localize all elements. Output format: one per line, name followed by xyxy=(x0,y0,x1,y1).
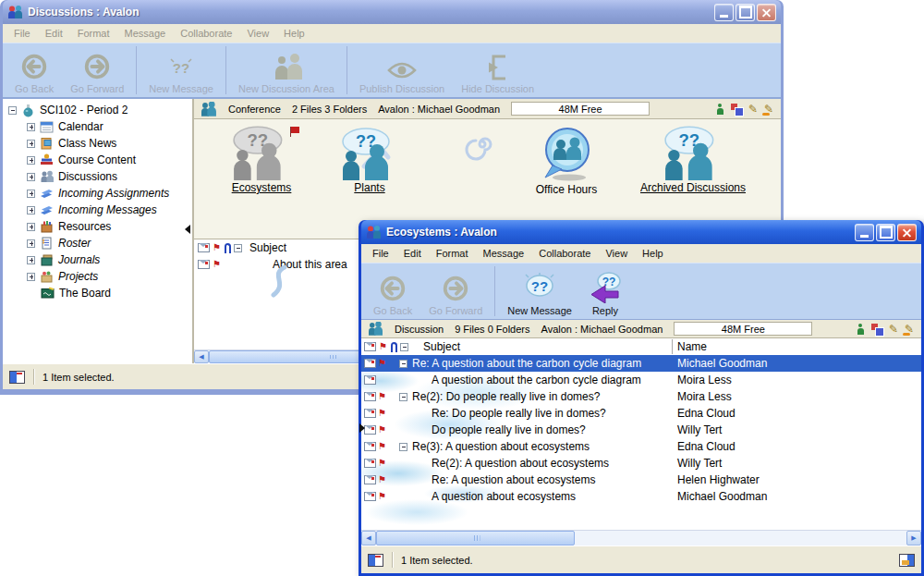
column-label-name: Name xyxy=(677,340,707,353)
close-button[interactable] xyxy=(897,224,917,241)
message-row[interactable]: ⚑ Re(2): Do people really live in domes?… xyxy=(361,388,921,405)
menu-view[interactable]: View xyxy=(239,28,276,39)
scroll-left-arrow[interactable]: ◀ xyxy=(361,531,376,545)
tree-item-roster[interactable]: Roster xyxy=(3,235,192,251)
tree-item-the-board[interactable]: The Board xyxy=(3,285,192,301)
edit-pencil-icon[interactable]: ✎ xyxy=(889,324,898,335)
thread-collapse-box[interactable] xyxy=(399,443,407,451)
go-back-button[interactable]: Go Back xyxy=(6,43,62,97)
splitter-collapse-arrow[interactable] xyxy=(359,423,365,433)
online-user-icon[interactable] xyxy=(857,324,865,335)
tree-item-resources[interactable]: Resources xyxy=(3,218,192,235)
flag-icon: ⚑ xyxy=(213,260,222,269)
publish-discussion-button[interactable]: Publish Discussion xyxy=(351,43,453,97)
reply-button[interactable]: ?? Reply xyxy=(580,263,630,319)
tree-item-class-news[interactable]: Class News xyxy=(3,135,192,152)
menu-edit[interactable]: Edit xyxy=(396,248,429,259)
message-row[interactable]: A question about the carbon cycle diagra… xyxy=(361,372,921,388)
scroll-left-arrow[interactable]: ◀ xyxy=(194,350,209,363)
thread-collapse-box[interactable] xyxy=(399,360,407,368)
splitter-collapse-arrow[interactable] xyxy=(185,225,190,234)
menu-file[interactable]: File xyxy=(365,248,396,259)
expand-box[interactable] xyxy=(27,156,35,165)
collapse-box[interactable] xyxy=(8,106,17,115)
horizontal-scrollbar[interactable]: ◀ ▶ xyxy=(361,530,921,545)
thread-collapse-box[interactable] xyxy=(399,393,407,401)
maximize-button[interactable] xyxy=(876,224,895,241)
menu-file[interactable]: File xyxy=(6,28,38,39)
new-message-button[interactable]: ?? New Message xyxy=(499,263,580,319)
column-divider[interactable] xyxy=(672,339,673,354)
desktop-icon-archived-discussions[interactable]: ?? Archived Discussions xyxy=(614,125,772,194)
new-discussion-area-button[interactable]: New Discussion Area xyxy=(230,43,343,97)
expand-box[interactable] xyxy=(27,190,35,198)
tree-item-incoming-messages[interactable]: Incoming Messages xyxy=(3,202,192,218)
scroll-thumb[interactable] xyxy=(376,531,575,545)
message-row[interactable]: ⚑ Do people really live in domes? Willy … xyxy=(361,422,921,438)
desktop-icon-ecosystems[interactable]: ?? Ecosystems xyxy=(211,125,312,194)
desktop-icon-plants[interactable]: ?? Plants xyxy=(323,127,416,194)
menu-collaborate[interactable]: Collaborate xyxy=(173,28,239,39)
go-forward-button[interactable]: Go Forward xyxy=(62,43,132,97)
expand-box[interactable] xyxy=(27,206,35,214)
collapse-all-box[interactable] xyxy=(234,244,242,252)
menu-message[interactable]: Message xyxy=(117,28,174,39)
menu-help[interactable]: Help xyxy=(635,248,671,259)
panel-toggle-icon[interactable] xyxy=(9,371,25,384)
maximize-button[interactable] xyxy=(736,4,755,21)
incoming-icon xyxy=(40,203,54,216)
menu-help[interactable]: Help xyxy=(276,28,312,39)
permissions-pencil-icon[interactable]: ✎ xyxy=(905,324,914,335)
message-row[interactable]: ⚑ Re: Do people really live in domes? Ed… xyxy=(361,405,921,422)
expand-box[interactable] xyxy=(27,123,35,131)
flag-icon: ⚑ xyxy=(378,409,387,418)
hide-discussion-label: Hide Discussion xyxy=(461,83,534,94)
scroll-right-arrow[interactable]: ▶ xyxy=(906,531,921,545)
view-options-icon[interactable] xyxy=(899,554,915,567)
go-forward-button[interactable]: Go Forward xyxy=(420,263,491,319)
titlebar[interactable]: Ecosystems : Avalon xyxy=(361,220,921,244)
menu-format[interactable]: Format xyxy=(429,248,476,259)
tree-item-root[interactable]: SCI102 - Period 2 xyxy=(3,102,192,118)
tree-item-projects[interactable]: Projects xyxy=(3,268,192,285)
go-back-button[interactable]: Go Back xyxy=(365,263,420,319)
hide-discussion-button[interactable]: Hide Discussion xyxy=(453,43,542,97)
sender-name: Helen Highwater xyxy=(677,473,760,486)
tree-item-incoming-assignments[interactable]: Incoming Assignments xyxy=(3,185,192,202)
message-row[interactable]: ⚑ Re(2): A question about ecosystems Wil… xyxy=(361,455,921,472)
close-button[interactable] xyxy=(757,4,776,21)
menu-collaborate[interactable]: Collaborate xyxy=(531,248,598,259)
expand-box[interactable] xyxy=(27,273,35,281)
tree-item-course-content[interactable]: Course Content xyxy=(3,152,192,168)
message-row[interactable]: ⚑ Re: A question about ecosystems Helen … xyxy=(361,472,921,488)
titlebar[interactable]: Discussions : Avalon xyxy=(3,0,781,24)
expand-box[interactable] xyxy=(27,140,35,148)
expand-box[interactable] xyxy=(27,173,35,181)
expand-box[interactable] xyxy=(27,223,35,231)
menu-edit[interactable]: Edit xyxy=(38,28,70,39)
menu-message[interactable]: Message xyxy=(476,248,532,259)
expand-box[interactable] xyxy=(27,256,35,264)
menu-format[interactable]: Format xyxy=(70,28,117,39)
expand-box[interactable] xyxy=(27,239,35,248)
minimize-button[interactable] xyxy=(714,4,734,21)
tree-label: Projects xyxy=(58,270,98,283)
minimize-button[interactable] xyxy=(855,224,874,241)
message-row[interactable]: ⚑ A question about ecosystems Michael Go… xyxy=(361,488,921,505)
online-user-icon[interactable] xyxy=(716,104,724,115)
desktop-icon-office-hours[interactable]: Office Hours xyxy=(502,127,631,196)
tree-item-discussions[interactable]: Discussions xyxy=(3,168,192,185)
message-row[interactable]: ⚑ Re(3): A question about ecosystems Edn… xyxy=(361,438,921,455)
edit-pencil-icon[interactable]: ✎ xyxy=(748,104,758,115)
permissions-pencil-icon[interactable]: ✎ xyxy=(764,104,773,115)
view-layers-icon[interactable] xyxy=(871,324,882,335)
new-message-button[interactable]: ?? New Message xyxy=(140,43,222,97)
list-column-header[interactable]: ⚑ Subject Name xyxy=(361,338,921,355)
tree-item-calendar[interactable]: Calendar xyxy=(3,118,192,135)
panel-toggle-icon[interactable] xyxy=(368,554,383,567)
message-row[interactable]: ⚑ Re: A question about the carbon cycle … xyxy=(361,355,921,372)
collapse-all-box[interactable] xyxy=(400,343,408,351)
tree-item-journals[interactable]: Journals xyxy=(3,251,192,268)
view-layers-icon[interactable] xyxy=(731,104,742,115)
menu-view[interactable]: View xyxy=(598,248,635,259)
